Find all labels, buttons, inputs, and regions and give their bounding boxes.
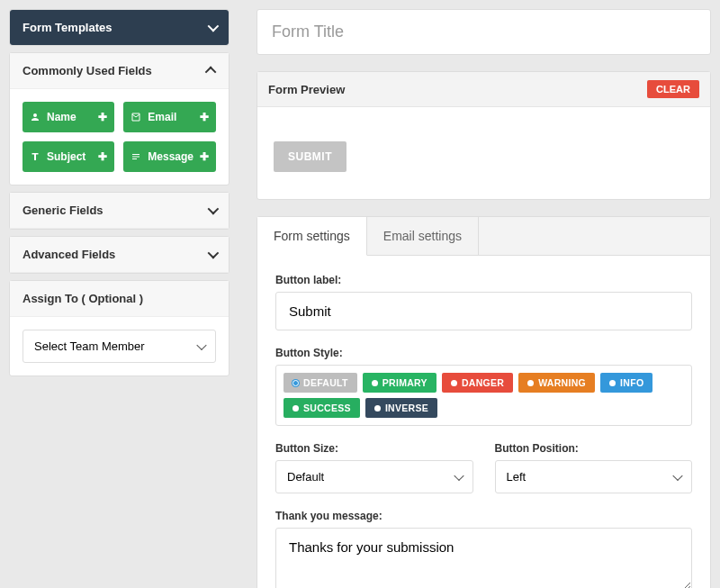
assign-to-header: Assign To ( Optional ) (10, 281, 229, 317)
generic-fields-label: Generic Fields (22, 204, 104, 217)
chevron-up-icon (205, 67, 217, 78)
style-default-option[interactable]: DEFAULT (284, 373, 357, 393)
tab-email-settings[interactable]: Email settings (367, 217, 479, 255)
button-position-select[interactable]: Left (495, 460, 693, 493)
button-label-input[interactable] (275, 292, 692, 330)
radio-icon (292, 380, 299, 386)
plus-icon: ✚ (98, 111, 107, 123)
field-name-button[interactable]: Name✚ (22, 102, 114, 132)
button-position-label: Button Position: (495, 442, 693, 455)
field-message-button[interactable]: Message✚ (123, 141, 216, 172)
form-preview-label: Form Preview (268, 83, 345, 96)
style-primary-option[interactable]: PRIMARY (363, 373, 436, 393)
tab-form-settings[interactable]: Form settings (257, 217, 367, 256)
field-subject-button[interactable]: Subject✚ (22, 141, 114, 172)
button-size-label: Button Size: (275, 442, 473, 455)
common-fields-header[interactable]: Commonly Used Fields (10, 53, 229, 89)
plus-icon: ✚ (200, 150, 209, 163)
thankyou-textarea[interactable] (275, 528, 692, 588)
radio-icon (527, 380, 534, 386)
mail-icon (130, 112, 141, 122)
radio-icon (292, 405, 299, 412)
field-email-button[interactable]: Email✚ (123, 102, 216, 132)
common-fields-label: Commonly Used Fields (22, 64, 152, 77)
chevron-down-icon (208, 204, 220, 215)
form-templates-label: Form Templates (22, 21, 112, 34)
assign-to-select[interactable]: Select Team Member (22, 330, 216, 363)
submit-preview-button[interactable]: SUBMIT (274, 141, 346, 172)
radio-icon (451, 380, 457, 386)
style-inverse-option[interactable]: INVERSE (365, 398, 437, 418)
text-icon (30, 151, 40, 162)
generic-fields-header[interactable]: Generic Fields (10, 193, 229, 229)
style-info-option[interactable]: INFO (600, 373, 652, 393)
style-warning-option[interactable]: WARNING (518, 373, 595, 393)
clear-button[interactable]: CLEAR (647, 80, 699, 98)
style-danger-option[interactable]: DANGER (442, 373, 513, 393)
chevron-down-icon (208, 248, 220, 259)
button-style-label: Button Style: (275, 347, 692, 359)
thankyou-label: Thank you message: (275, 510, 692, 522)
chevron-down-icon (208, 21, 220, 32)
advanced-fields-header[interactable]: Advanced Fields (10, 237, 229, 273)
plus-icon: ✚ (98, 150, 107, 163)
lines-icon (130, 151, 141, 162)
button-label-label: Button label: (275, 274, 692, 286)
radio-icon (609, 380, 616, 386)
user-icon (30, 112, 40, 122)
plus-icon: ✚ (200, 111, 209, 123)
style-success-option[interactable]: SUCCESS (284, 398, 360, 418)
button-size-select[interactable]: Default (275, 460, 473, 493)
form-templates-header[interactable]: Form Templates (10, 10, 229, 45)
radio-icon (372, 380, 378, 386)
radio-icon (374, 405, 381, 412)
assign-to-label: Assign To ( Optional ) (22, 292, 143, 305)
advanced-fields-label: Advanced Fields (22, 248, 115, 261)
form-title-input[interactable] (256, 9, 711, 55)
